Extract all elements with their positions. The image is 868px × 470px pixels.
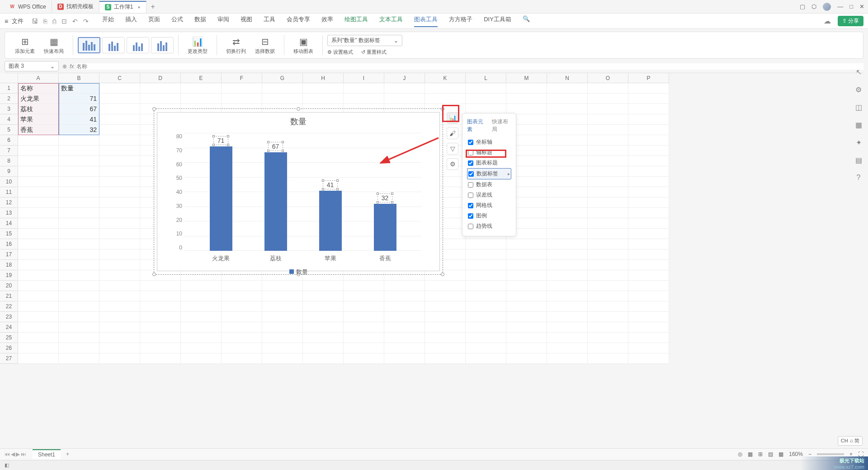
cell[interactable]	[628, 312, 669, 322]
cell[interactable]	[547, 343, 588, 353]
sheet-nav-last[interactable]: ⏭	[21, 451, 26, 457]
chart-styles-button[interactable]: 🖌	[447, 127, 458, 139]
cell[interactable]	[99, 197, 140, 208]
cell[interactable]	[628, 229, 669, 239]
cell[interactable]	[262, 312, 303, 322]
series-dropdown[interactable]: 系列"数量" 数据标签 ⌄	[327, 35, 402, 46]
cell[interactable]	[588, 343, 628, 353]
cell[interactable]	[181, 343, 222, 353]
cell[interactable]	[547, 291, 588, 301]
cell[interactable]	[628, 156, 669, 166]
row-header[interactable]: 9	[0, 166, 18, 177]
chart-legend[interactable]: 数量	[157, 268, 439, 276]
cell[interactable]	[344, 281, 384, 291]
add-element-button[interactable]: ⊞ 添加元素	[10, 36, 39, 55]
cell[interactable]	[425, 343, 466, 353]
cell[interactable]	[547, 281, 588, 291]
cell[interactable]	[181, 353, 222, 364]
chart-plot-area[interactable]: 80706050403020100 71674132	[184, 133, 421, 251]
cell[interactable]	[140, 301, 181, 312]
app-tab-wps[interactable]: W WPS Office	[4, 1, 52, 13]
cell[interactable]	[384, 322, 425, 333]
cell[interactable]	[303, 353, 344, 364]
cell[interactable]	[547, 146, 588, 156]
cell[interactable]	[18, 249, 59, 260]
cell[interactable]	[425, 291, 466, 301]
cell[interactable]	[344, 301, 384, 312]
cell[interactable]: 香蕉	[18, 125, 59, 135]
cell[interactable]	[99, 218, 140, 229]
cell[interactable]	[99, 94, 140, 104]
cell[interactable]	[18, 197, 59, 208]
panel-icon[interactable]: ▤	[855, 156, 862, 164]
close-icon[interactable]: ✕	[859, 3, 864, 10]
cell[interactable]	[140, 291, 181, 301]
cell[interactable]	[425, 301, 466, 312]
cell[interactable]	[140, 312, 181, 322]
row-header[interactable]: 8	[0, 156, 18, 166]
cell[interactable]	[425, 312, 466, 322]
cell[interactable]	[59, 218, 99, 229]
cell[interactable]	[222, 83, 262, 94]
col-header[interactable]: L	[466, 73, 506, 83]
cell[interactable]	[628, 94, 669, 104]
cell[interactable]	[588, 114, 628, 125]
cell[interactable]	[303, 322, 344, 333]
cell[interactable]	[384, 281, 425, 291]
cell[interactable]	[344, 333, 384, 343]
popup-item[interactable]: 坐标轴	[467, 137, 511, 147]
cell[interactable]	[425, 353, 466, 364]
cell[interactable]	[547, 125, 588, 135]
popup-item[interactable]: 图例	[467, 211, 511, 221]
cell[interactable]	[59, 281, 99, 291]
cell[interactable]	[466, 301, 506, 312]
tab-fangfang[interactable]: 方方格子	[449, 15, 472, 27]
print-icon[interactable]: ⎙	[52, 18, 56, 25]
cell[interactable]	[181, 291, 222, 301]
cell[interactable]	[344, 312, 384, 322]
minimize-icon[interactable]: —	[837, 3, 843, 10]
row-header[interactable]: 11	[0, 187, 18, 197]
cell[interactable]	[588, 353, 628, 364]
cell[interactable]	[547, 218, 588, 229]
chart-style-1[interactable]	[78, 37, 100, 53]
chart-bar[interactable]: 32	[372, 193, 399, 251]
checkbox[interactable]	[468, 150, 473, 155]
cell[interactable]	[99, 177, 140, 187]
cell[interactable]	[99, 104, 140, 114]
cell[interactable]: 苹果	[18, 114, 59, 125]
cell[interactable]	[506, 291, 547, 301]
cell[interactable]	[262, 83, 303, 94]
cell[interactable]	[466, 312, 506, 322]
tab-start[interactable]: 开始	[102, 15, 114, 27]
checkbox[interactable]	[468, 171, 474, 177]
cell[interactable]	[18, 281, 59, 291]
cube-icon[interactable]: ⬡	[811, 3, 816, 10]
cell[interactable]	[222, 353, 262, 364]
cell[interactable]	[466, 83, 506, 94]
cell[interactable]	[425, 333, 466, 343]
cell[interactable]	[18, 270, 59, 281]
cell[interactable]	[425, 281, 466, 291]
cell[interactable]	[466, 343, 506, 353]
cell[interactable]	[18, 260, 59, 270]
file-menu[interactable]: 文件	[12, 17, 24, 25]
data-label[interactable]: 41	[323, 180, 338, 189]
cell[interactable]	[588, 239, 628, 249]
cell[interactable]	[588, 270, 628, 281]
tab-insert[interactable]: 插入	[125, 15, 137, 27]
app-tab-template[interactable]: D 找稻壳模板	[52, 1, 99, 13]
change-type-button[interactable]: 📊 更改类型	[183, 36, 212, 55]
cell[interactable]	[588, 83, 628, 94]
cell[interactable]	[466, 94, 506, 104]
view-normal-icon[interactable]: ⊞	[758, 451, 763, 457]
cell[interactable]	[588, 333, 628, 343]
cell[interactable]	[547, 83, 588, 94]
cell[interactable]	[466, 291, 506, 301]
cell[interactable]	[547, 177, 588, 187]
cell[interactable]	[18, 146, 59, 156]
ime-indicator[interactable]: CH ♫ 简	[838, 436, 863, 446]
chart-bar[interactable]: 71	[208, 136, 235, 251]
cell[interactable]	[588, 177, 628, 187]
cell[interactable]	[384, 343, 425, 353]
